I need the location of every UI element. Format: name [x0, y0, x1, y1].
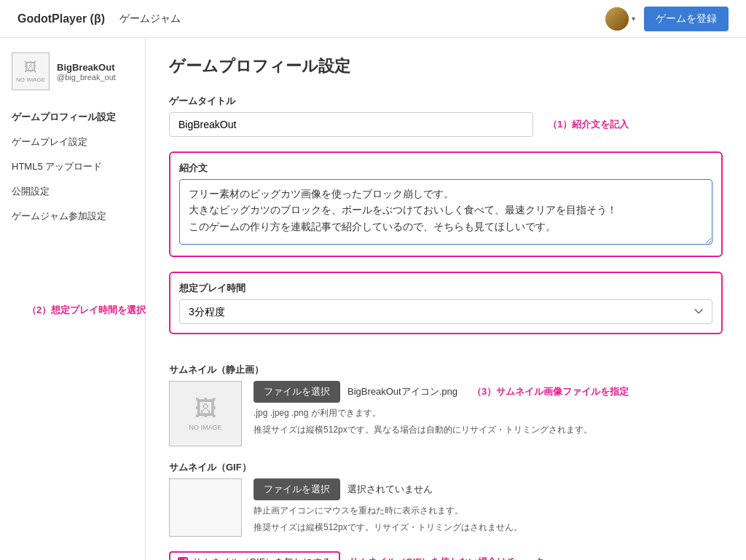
header: GodotPlayer (β) ゲームジャム ▾ ゲームを登録: [0, 0, 746, 38]
thumbnail-no-image-box: 🖼 NO IMAGE: [169, 381, 242, 446]
image-broken-icon: 🖼: [24, 60, 37, 75]
avatar: [605, 7, 629, 31]
game-title-section: ゲームタイトル （1）紹介文を記入: [169, 95, 723, 137]
gif-controls: ファイルを選択 選択されていません 静止画アイコンにマウスを重ねた時に表示されま…: [254, 478, 522, 534]
sidebar-game-thumbnail: 🖼 NO IMAGE: [12, 52, 50, 90]
playtime-section: 想定プレイ時間 3分程度 10分程度 30分程度 1時間程度 それ以上: [169, 272, 723, 334]
game-title-label: ゲームタイトル: [169, 95, 723, 108]
gif-no-file-text: 選択されていません: [348, 483, 433, 496]
gif-thumbnail-box: ファイルを選択 選択されていません 静止画アイコンにマウスを重ねた時に表示されま…: [169, 478, 723, 537]
sidebar-game-details: BigBreakOut @big_break_out: [57, 62, 116, 82]
gif-disable-checkbox[interactable]: [178, 557, 188, 560]
page-title: ゲームプロフィール設定: [169, 55, 723, 77]
thumbnail-gif-label: サムネイル（GIF）: [169, 461, 723, 474]
thumbnail-hint1: .jpg .jpeg .png が利用できます。: [254, 407, 629, 419]
sidebar-game-name: BigBreakOut: [57, 62, 116, 73]
layout: 🖼 NO IMAGE BigBreakOut @big_break_out ゲー…: [0, 38, 746, 560]
header-left: GodotPlayer (β) ゲームジャム: [17, 12, 181, 25]
chevron-down-icon: ▾: [632, 15, 635, 23]
playtime-select[interactable]: 3分程度 10分程度 30分程度 1時間程度 それ以上: [179, 299, 712, 324]
sidebar-item-gamejam[interactable]: ゲームジャム参加設定: [12, 204, 133, 229]
no-image-icon: 🖼: [195, 396, 216, 421]
description-section: 紹介文 フリー素材のビッグカツ画像を使ったブロック崩しです。 大きなビッグカツの…: [169, 151, 723, 257]
sidebar-item-game-profile[interactable]: ゲームプロフィール設定: [12, 105, 133, 130]
sidebar-item-gameplay[interactable]: ゲームプレイ設定: [12, 130, 133, 154]
register-game-button[interactable]: ゲームを登録: [644, 7, 729, 31]
gif-hint2: 推奨サイズは縦横512pxです。リサイズ・トリミングはされません。: [254, 521, 522, 534]
annotation-gif-check: サムネイル（GIF）を使わない場合はチェック: [349, 556, 545, 560]
user-avatar-menu[interactable]: ▾: [605, 7, 635, 31]
thumbnail-file-row: ファイルを選択 BigBreakOutアイコン.png （3）サムネイル画像ファ…: [254, 381, 629, 403]
game-title-input[interactable]: [169, 112, 533, 137]
site-logo: GodotPlayer (β): [17, 12, 105, 25]
gif-disable-box: サムネイル（GIF）を無しにする: [169, 551, 340, 560]
thumbnail-filename: BigBreakOutアイコン.png: [348, 385, 458, 398]
avatar-image: [605, 7, 629, 31]
gif-disable-row: サムネイル（GIF）を無しにする サムネイル（GIF）を使わない場合はチェック: [169, 551, 723, 560]
main-content: ゲームプロフィール設定 ゲームタイトル （1）紹介文を記入 紹介文 フリー素材の…: [146, 38, 746, 560]
gif-no-image-box: [169, 478, 242, 537]
playtime-outer: （2）想定プレイ時間を選択 想定プレイ時間 3分程度 10分程度 30分程度 1…: [169, 272, 723, 349]
sidebar-no-image-label: NO IMAGE: [16, 76, 45, 83]
gif-disable-label: サムネイル（GIF）を無しにする: [192, 556, 331, 560]
thumbnail-static-section: サムネイル（静止画） 🖼 NO IMAGE ファイルを選択 BigBreakOu…: [169, 363, 723, 446]
annotation-1: （1）紹介文を記入: [548, 118, 629, 131]
playtime-label: 想定プレイ時間: [179, 282, 712, 295]
sidebar: 🖼 NO IMAGE BigBreakOut @big_break_out ゲー…: [0, 38, 146, 560]
annotation-2-label: （2）想定プレイ時間を選択: [27, 304, 146, 317]
thumbnail-hint2: 推奨サイズは縦横512pxです。異なる場合は自動的にリサイズ・トリミングされます…: [254, 424, 629, 436]
thumbnail-static-label: サムネイル（静止画）: [169, 363, 723, 376]
thumbnail-box: 🖼 NO IMAGE ファイルを選択 BigBreakOutアイコン.png （…: [169, 381, 723, 446]
description-label: 紹介文: [179, 162, 712, 175]
thumbnail-controls: ファイルを選択 BigBreakOutアイコン.png （3）サムネイル画像ファ…: [254, 381, 629, 436]
sidebar-game-info: 🖼 NO IMAGE BigBreakOut @big_break_out: [12, 52, 133, 90]
thumbnail-no-image-text: NO IMAGE: [189, 424, 221, 431]
sidebar-item-publish[interactable]: 公開設定: [12, 179, 133, 204]
header-nav-gamejam[interactable]: ゲームジャム: [119, 12, 181, 25]
description-textarea[interactable]: フリー素材のビッグカツ画像を使ったブロック崩しです。 大きなビッグカツのブロック…: [179, 179, 712, 245]
gif-hint1: 静止画アイコンにマウスを重ねた時に表示されます。: [254, 505, 522, 517]
sidebar-menu: ゲームプロフィール設定 ゲームプレイ設定 HTML5 アップロード 公開設定 ゲ…: [12, 105, 133, 229]
sidebar-game-handle: @big_break_out: [57, 73, 116, 82]
gif-file-button[interactable]: ファイルを選択: [254, 478, 340, 500]
header-right: ▾ ゲームを登録: [605, 7, 729, 31]
gif-file-row: ファイルを選択 選択されていません: [254, 478, 522, 500]
annotation-3: （3）サムネイル画像ファイルを指定: [472, 385, 629, 398]
sidebar-item-html5[interactable]: HTML5 アップロード: [12, 154, 133, 179]
thumbnail-file-button[interactable]: ファイルを選択: [254, 381, 340, 403]
thumbnail-gif-section: サムネイル（GIF） ファイルを選択 選択されていません 静止画アイコンにマウス…: [169, 461, 723, 537]
